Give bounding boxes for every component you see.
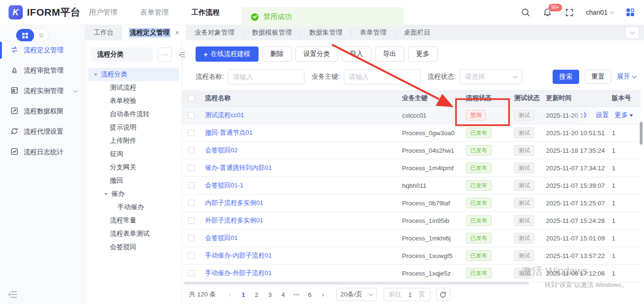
tree-node-征询[interactable]: 征询 <box>88 147 179 161</box>
process-name-link[interactable]: 催办-普通跳转到内部01 <box>205 164 272 171</box>
toolbar-button-导入[interactable]: 导入 <box>342 46 371 62</box>
row-checkbox[interactable] <box>188 217 195 224</box>
tab-流程定义管理[interactable]: 流程定义管理✕ <box>122 25 186 40</box>
flow-icon <box>10 46 18 55</box>
row-checkbox[interactable] <box>188 165 195 171</box>
row-checkbox[interactable] <box>188 182 195 189</box>
vertical-scrollbar[interactable] <box>640 122 643 145</box>
row-checkbox[interactable] <box>188 270 195 276</box>
user-menu[interactable]: chan01 <box>586 9 614 16</box>
toolbar-button-导出[interactable]: 导出 <box>375 46 404 62</box>
select-all-checkbox[interactable] <box>188 95 195 101</box>
tree-node-手动催办[interactable]: 手动催办 <box>88 201 179 214</box>
nav-item-1[interactable]: 用户管理 <box>89 8 117 17</box>
tab-桌面栏目[interactable]: 桌面栏目 <box>395 25 439 40</box>
row-checkbox[interactable] <box>188 235 195 241</box>
tab-业务对象管理[interactable]: 业务对象管理 <box>186 25 243 40</box>
tab-list-dropdown-button[interactable] <box>625 27 639 39</box>
prev-page-button[interactable]: ‹ <box>224 288 237 301</box>
sidebar-item-流程数据权限[interactable]: 流程数据权限 <box>0 101 85 121</box>
sidebar-item-流程日志统计[interactable]: 流程日志统计 <box>0 142 85 162</box>
horizontal-scrollbar[interactable] <box>184 282 529 285</box>
create-process-button[interactable]: +在线流程建模 <box>196 46 259 62</box>
tab-数据模板管理[interactable]: 数据模板管理 <box>243 25 300 40</box>
tree-node-撤回[interactable]: 撤回 <box>88 174 179 187</box>
next-page-button[interactable]: › <box>316 288 330 301</box>
page-button-4[interactable]: 4 <box>277 288 290 301</box>
process-name-link[interactable]: 测试流程cc01 <box>205 111 244 119</box>
page-button-2[interactable]: 2 <box>250 288 263 301</box>
tree-node-会签驳回[interactable]: 会签驳回 <box>88 240 179 254</box>
page-size-select[interactable]: 20条/页 <box>336 288 377 301</box>
nav-item-3[interactable]: 工作流程 <box>191 8 220 17</box>
sidebar-item-label: 流程审批管理 <box>24 66 63 75</box>
row-checkbox[interactable] <box>188 200 195 206</box>
tree-node-流程常量[interactable]: 流程常量 <box>88 214 179 227</box>
tree-node-测试流程[interactable]: 测试流程 <box>88 81 179 94</box>
sidebar-collapse-icon[interactable] <box>9 291 17 299</box>
process-name-link[interactable]: 外部子流程多实例01 <box>205 217 263 224</box>
row-checkbox[interactable] <box>188 252 195 259</box>
toolbar-button-删除[interactable]: 删除 <box>262 46 292 62</box>
process-name-link[interactable]: 会签驳回01 <box>205 234 238 241</box>
row-checkbox[interactable] <box>188 112 195 119</box>
search-button[interactable]: 搜索 <box>553 70 579 84</box>
create-process-label: 在线流程建模 <box>211 50 250 58</box>
status-badge: 已发布 <box>466 145 492 156</box>
row-checkbox[interactable] <box>188 147 195 154</box>
chevron-down-icon <box>73 88 78 92</box>
toolbar-button-设置分类[interactable]: 设置分类 <box>295 46 338 62</box>
row-more-button[interactable]: 更多 <box>615 111 633 120</box>
tab-工作台[interactable]: 工作台 <box>85 25 122 40</box>
refresh-button[interactable] <box>436 288 450 301</box>
fullscreen-icon[interactable] <box>564 7 574 18</box>
category-more-button[interactable]: ··· <box>158 47 172 62</box>
tree-node-流程分类[interactable]: 流程分类 <box>88 68 179 81</box>
tree-node-流程表单测试[interactable]: 流程表单测试 <box>88 227 179 240</box>
tab-表单管理[interactable]: 表单管理 <box>351 25 395 40</box>
toolbar-button-更多[interactable]: 更多 <box>408 46 438 62</box>
sidebar-item-流程审批管理[interactable]: 流程审批管理 <box>0 60 85 81</box>
tree-node-表单校验[interactable]: 表单校验 <box>88 94 179 108</box>
tree-expand-caret[interactable] <box>94 74 98 76</box>
row-checkbox[interactable] <box>188 129 195 136</box>
process-name-link[interactable]: 内部子流程多实例01 <box>205 199 263 206</box>
tab-close-icon[interactable]: ✕ <box>175 29 179 36</box>
tree-node-提示说明[interactable]: 提示说明 <box>88 121 179 134</box>
notification-bell-icon[interactable]: 99+ <box>542 7 553 18</box>
stamp-icon <box>10 66 18 75</box>
process-name-link[interactable]: 手动催办-内部子流程01 <box>205 252 272 259</box>
tab-label: 流程定义管理 <box>129 28 170 37</box>
tree-expand-caret[interactable] <box>104 193 108 195</box>
expand-filters-link[interactable]: 展开 <box>617 73 636 81</box>
page-button-3[interactable]: 3 <box>263 288 277 301</box>
tree-node-上传附件[interactable]: 上传附件 <box>88 134 179 147</box>
more-pages-icon[interactable]: ••• <box>290 288 303 301</box>
page-button-1[interactable]: 1 <box>237 288 250 301</box>
filter-input-1[interactable] <box>228 69 304 84</box>
search-icon[interactable] <box>520 7 531 18</box>
filter-input-2[interactable] <box>344 69 420 84</box>
nav-item-2[interactable]: 表单管理 <box>140 8 169 17</box>
sidebar-item-流程定义管理[interactable]: 流程定义管理 <box>0 40 85 60</box>
filter-select-3[interactable]: 请选择 <box>460 69 522 84</box>
version-cell: 1 <box>607 200 641 207</box>
tree-node-分支网关[interactable]: 分支网关 <box>88 161 179 174</box>
left-sidebar: ☆ 流程定义管理流程审批管理流程实例管理流程数据权限流程代理设置流程日志统计 <box>0 25 85 304</box>
page-button-6[interactable]: 6 <box>303 288 316 301</box>
sidebar-item-流程代理设置[interactable]: 流程代理设置 <box>0 121 85 142</box>
process-name-link[interactable]: 会签驳回01-1 <box>205 182 243 189</box>
sidebar-item-流程实例管理[interactable]: 流程实例管理 <box>0 81 85 101</box>
process-name-link[interactable]: 会签驳回02 <box>205 147 238 154</box>
row-expand-chevron-icon[interactable]: 〉 <box>583 111 590 120</box>
process-name-link[interactable]: 手动催办-外部子流程01 <box>205 269 272 276</box>
goto-page-input[interactable] <box>405 291 415 298</box>
tree-node-自动条件流转[interactable]: 自动条件流转 <box>88 108 179 121</box>
tab-数据集管理[interactable]: 数据集管理 <box>301 25 351 40</box>
process-name-link[interactable]: 撤回-普通节点01 <box>205 129 253 136</box>
panel-collapse-icon[interactable] <box>176 49 188 60</box>
tree-node-催办[interactable]: 催办 <box>88 187 179 201</box>
row-settings-button[interactable]: 设置 <box>596 111 609 120</box>
apps-grid-icon[interactable] <box>625 7 635 18</box>
reset-button[interactable]: 重置 <box>585 70 611 84</box>
